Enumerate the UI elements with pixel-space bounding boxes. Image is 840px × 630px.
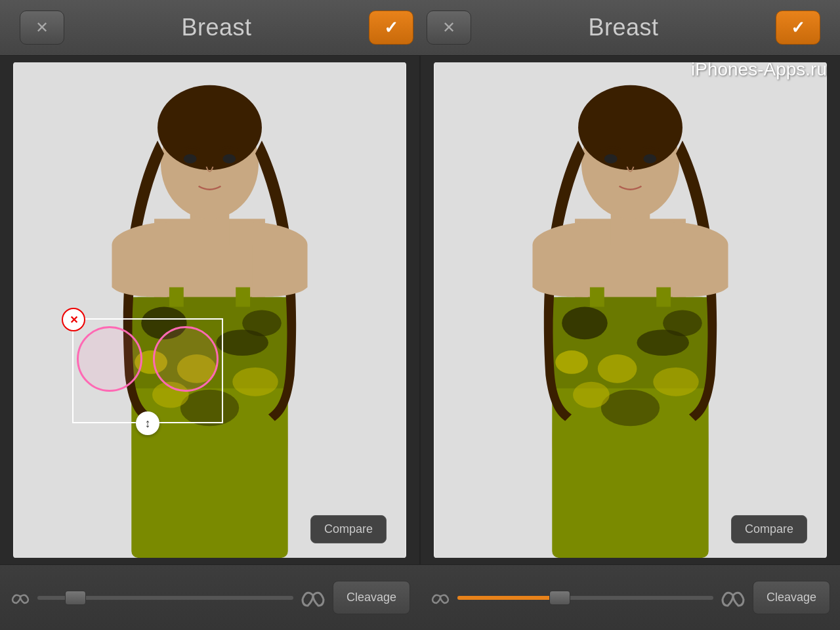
left-confirm-button[interactable]: ✓ [369,10,413,45]
left-slider-thumb[interactable] [65,591,86,605]
svg-point-25 [562,307,608,340]
bottom-controls: Cleavage Cleavage [0,564,840,630]
left-compare-button[interactable]: Compare [310,515,387,543]
left-panel-header: ✕ Breast ✓ [13,10,420,45]
right-photo: Compare [434,62,827,558]
right-confirm-button[interactable]: ✓ [776,10,820,45]
left-slider-track[interactable] [37,596,293,600]
checkmark-icon: ✓ [791,18,805,38]
delete-selection-button[interactable] [62,308,85,331]
svg-point-35 [578,85,682,170]
right-breast-circle[interactable] [153,326,219,392]
right-slider-fill [457,596,560,600]
close-icon: ✕ [35,18,49,37]
left-breast-circle[interactable] [77,326,142,392]
main-content: Compare [0,56,840,564]
left-cleavage-button[interactable]: Cleavage [333,581,410,614]
svg-rect-39 [656,287,671,307]
left-panel-title: Breast [181,14,251,41]
right-cancel-button[interactable]: ✕ [427,10,471,45]
close-icon: ✕ [442,18,455,37]
svg-point-32 [653,368,699,396]
svg-point-36 [604,154,618,163]
bra-icon-right-small [430,587,451,608]
svg-rect-19 [236,287,250,307]
left-panel: Compare [0,56,419,564]
svg-point-9 [242,310,282,337]
svg-point-12 [232,368,278,396]
watermark: iPhones-Apps.ru [686,59,827,80]
svg-point-16 [184,154,197,163]
checkmark-icon: ✓ [384,18,398,38]
svg-point-29 [663,310,702,337]
svg-point-17 [222,154,236,163]
svg-point-27 [598,354,637,383]
bra-icon-right-large [720,585,746,611]
svg-point-30 [601,390,660,427]
breast-selection-box[interactable] [72,318,223,423]
top-bar: ✕ Breast ✓ ✕ Breast ✓ [0,0,840,56]
left-cancel-button[interactable]: ✕ [20,10,64,45]
bra-icon-left-small [10,587,31,608]
svg-point-31 [573,382,610,408]
left-bottom-controls: Cleavage [0,581,420,614]
right-bottom-controls: Cleavage [420,581,840,614]
right-person-image [434,62,827,558]
svg-point-37 [643,154,656,163]
resize-handle[interactable] [136,411,159,435]
right-panel: Compare [421,56,840,564]
watermark-text: iPhones-Apps.ru [691,59,827,80]
svg-point-15 [158,85,262,170]
right-slider-thumb[interactable] [549,591,570,605]
left-photo: Compare [13,62,406,558]
right-compare-button[interactable]: Compare [731,515,807,543]
right-cleavage-button[interactable]: Cleavage [753,581,830,614]
svg-rect-18 [169,287,184,307]
right-slider-track[interactable] [457,596,713,600]
right-panel-header: ✕ Breast ✓ [420,10,827,45]
bra-icon-left-large [300,585,326,611]
svg-point-28 [555,350,588,374]
right-panel-title: Breast [588,14,658,41]
svg-rect-38 [590,287,604,307]
